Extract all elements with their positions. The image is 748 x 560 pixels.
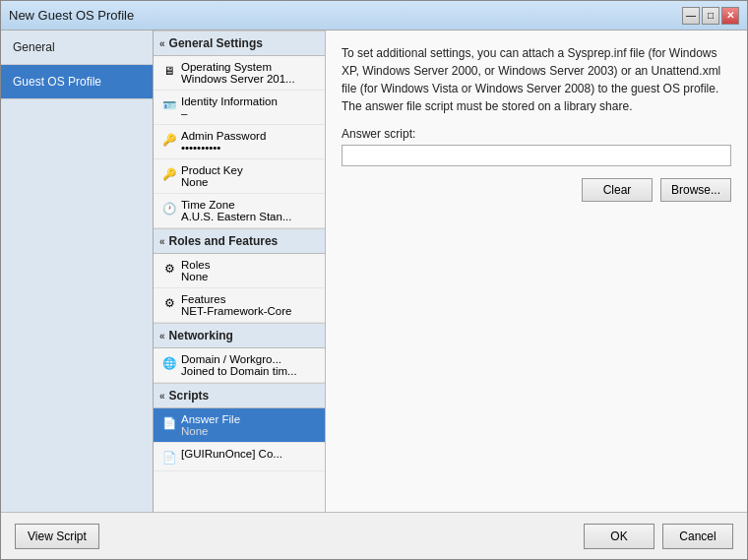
clear-button[interactable]: Clear [582, 178, 653, 202]
answer-script-label: Answer script: [342, 127, 731, 141]
features-label: Features [181, 293, 291, 305]
menu-item-identity-information[interactable]: 🪪 Identity Information – [154, 91, 325, 125]
gui-run-once-icon: 📄 [161, 450, 177, 466]
roles-label: Roles [181, 259, 210, 271]
menu-item-answer-file[interactable]: 📄 Answer File None [154, 408, 325, 443]
menu-item-gui-run-once[interactable]: 📄 [GUIRunOnce] Co... [154, 443, 325, 471]
menu-item-domain[interactable]: 🌐 Domain / Workgro... Joined to Domain t… [154, 348, 325, 383]
middle-panel: « General Settings 🖥 Operating System Wi… [154, 31, 326, 512]
section-header-scripts: « Scripts [154, 383, 325, 408]
domain-icon: 🌐 [161, 355, 177, 371]
answer-script-input[interactable] [342, 145, 731, 166]
identity-value: – [181, 107, 278, 119]
admin-password-value: •••••••••• [181, 142, 266, 154]
content-area: General Guest OS Profile « General Setti… [1, 31, 747, 512]
answer-file-value: None [181, 425, 240, 437]
product-key-value: None [181, 176, 243, 188]
operating-system-value: Windows Server 201... [181, 73, 295, 85]
answer-file-icon: 📄 [161, 415, 177, 431]
menu-item-time-zone[interactable]: 🕐 Time Zone A.U.S. Eastern Stan... [154, 194, 325, 228]
description-text: To set additional settings, you can atta… [342, 44, 731, 115]
section-header-general-settings: « General Settings [154, 31, 325, 56]
collapse-icon-scripts: « [159, 391, 165, 402]
menu-item-roles[interactable]: ⚙ Roles None [154, 254, 325, 288]
time-zone-value: A.U.S. Eastern Stan... [181, 211, 292, 222]
domain-label: Domain / Workgro... [181, 353, 297, 365]
bottom-right-buttons: OK Cancel [584, 524, 733, 549]
sidebar-item-guest-os-profile[interactable]: Guest OS Profile [1, 65, 153, 99]
collapse-icon-roles: « [159, 236, 165, 247]
browse-button[interactable]: Browse... [660, 178, 731, 202]
roles-icon: ⚙ [161, 261, 177, 277]
features-icon: ⚙ [161, 295, 177, 311]
left-navigation: General Guest OS Profile [1, 31, 154, 512]
close-button[interactable]: ✕ [721, 7, 739, 25]
roles-value: None [181, 271, 210, 282]
right-panel: To set additional settings, you can atta… [326, 31, 747, 512]
collapse-icon-general: « [159, 38, 165, 49]
action-buttons: Clear Browse... [342, 178, 731, 202]
section-header-networking: « Networking [154, 323, 325, 348]
minimize-button[interactable]: — [682, 7, 700, 25]
collapse-icon-networking: « [159, 331, 165, 342]
admin-password-label: Admin Password [181, 130, 266, 142]
admin-password-icon: 🔑 [161, 132, 177, 148]
section-header-roles-features: « Roles and Features [154, 228, 325, 254]
menu-item-features[interactable]: ⚙ Features NET-Framework-Core [154, 288, 325, 323]
title-bar-controls: — □ ✕ [682, 7, 739, 25]
features-value: NET-Framework-Core [181, 305, 291, 317]
menu-item-product-key[interactable]: 🔑 Product Key None [154, 159, 325, 194]
main-window: New Guest OS Profile — □ ✕ General Guest… [0, 0, 748, 560]
domain-value: Joined to Domain tim... [181, 365, 297, 377]
product-key-label: Product Key [181, 164, 243, 176]
maximize-button[interactable]: □ [702, 7, 719, 25]
identity-label: Identity Information [181, 95, 278, 107]
operating-system-icon: 🖥 [161, 63, 177, 79]
section-label-general-settings: General Settings [169, 36, 263, 50]
answer-file-label: Answer File [181, 413, 240, 425]
identity-icon: 🪪 [161, 97, 177, 113]
bottom-bar: View Script OK Cancel [1, 512, 747, 559]
cancel-button[interactable]: Cancel [662, 524, 733, 549]
menu-item-admin-password[interactable]: 🔑 Admin Password •••••••••• [154, 125, 325, 159]
time-zone-icon: 🕐 [161, 201, 177, 217]
title-bar: New Guest OS Profile — □ ✕ [1, 1, 747, 31]
sidebar-item-general[interactable]: General [1, 31, 153, 65]
section-label-networking: Networking [169, 329, 233, 342]
ok-button[interactable]: OK [584, 524, 654, 549]
section-label-roles-features: Roles and Features [169, 234, 279, 248]
product-key-icon: 🔑 [161, 166, 177, 182]
section-label-scripts: Scripts [169, 389, 210, 403]
answer-script-form-group: Answer script: [342, 127, 731, 166]
time-zone-label: Time Zone [181, 199, 292, 211]
window-title: New Guest OS Profile [9, 8, 134, 23]
gui-run-once-label: [GUIRunOnce] Co... [181, 448, 282, 460]
operating-system-label: Operating System [181, 61, 295, 73]
view-script-button[interactable]: View Script [15, 524, 99, 549]
menu-item-operating-system[interactable]: 🖥 Operating System Windows Server 201... [154, 56, 325, 91]
